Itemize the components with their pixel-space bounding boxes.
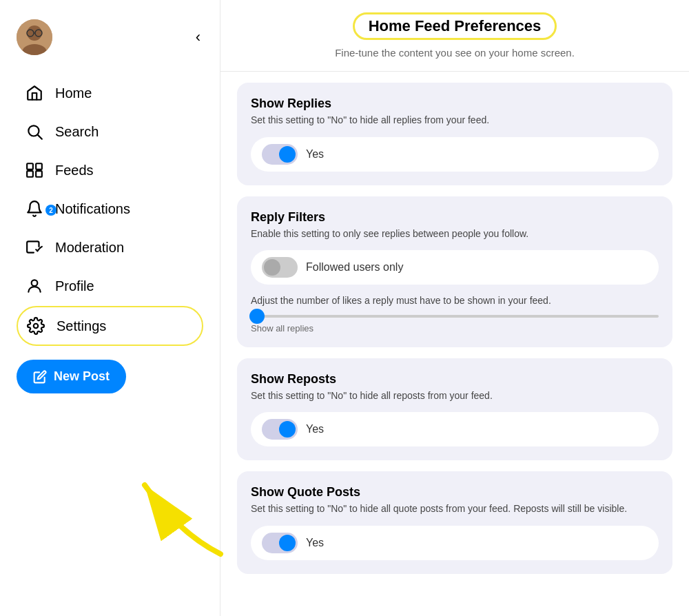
svg-rect-9 xyxy=(36,163,42,170)
reply-filters-toggle[interactable] xyxy=(262,257,298,278)
new-post-button[interactable]: New Post xyxy=(17,360,126,393)
reply-filters-slider-area: Adjust the number of likes a reply must … xyxy=(251,294,659,333)
slider-desc: Adjust the number of likes a reply must … xyxy=(251,294,659,308)
reply-filters-toggle-knob xyxy=(264,259,280,276)
show-reposts-desc: Set this setting to "No" to hide all rep… xyxy=(251,389,659,403)
reply-filters-toggle-label: Followed users only xyxy=(306,261,403,274)
sidebar-item-profile[interactable]: Profile xyxy=(17,267,203,305)
sidebar-item-label-search: Search xyxy=(55,124,99,140)
show-replies-toggle[interactable] xyxy=(262,144,298,165)
sidebar: ‹ Home Search Feeds xyxy=(0,0,220,616)
show-reposts-card: Show Reposts Set this setting to "No" to… xyxy=(237,358,672,461)
svg-rect-10 xyxy=(27,171,33,177)
page-subtitle: Fine-tune the content you see on your ho… xyxy=(237,47,672,59)
page-title-wrapper: Home Feed Preferences xyxy=(353,12,557,40)
sidebar-item-label-feeds: Feeds xyxy=(55,163,94,178)
reply-filters-card: Reply Filters Enable this setting to onl… xyxy=(237,196,672,347)
slider-thumb[interactable] xyxy=(249,309,265,324)
sidebar-item-moderation[interactable]: Moderation xyxy=(17,229,203,266)
notification-badge: 2 xyxy=(45,205,56,216)
show-quote-posts-desc: Set this setting to "No" to hide all quo… xyxy=(251,502,659,516)
show-reposts-title: Show Reposts xyxy=(251,372,659,387)
svg-rect-8 xyxy=(27,163,33,170)
show-quote-posts-toggle-knob xyxy=(279,535,296,551)
svg-point-13 xyxy=(34,324,39,329)
show-reposts-toggle-row: Yes xyxy=(251,412,659,446)
notifications-icon: 2 xyxy=(25,199,44,218)
show-quote-posts-card: Show Quote Posts Set this setting to "No… xyxy=(237,471,672,574)
show-replies-desc: Set this setting to "No" to hide all rep… xyxy=(251,114,659,127)
svg-line-7 xyxy=(38,135,42,139)
show-quote-posts-toggle[interactable] xyxy=(262,533,298,553)
sidebar-item-label-home: Home xyxy=(55,85,92,101)
reply-filters-title: Reply Filters xyxy=(251,210,659,225)
sidebar-item-home[interactable]: Home xyxy=(17,74,203,112)
page-header: Home Feed Preferences Fine-tune the cont… xyxy=(220,0,689,72)
new-post-label: New Post xyxy=(54,369,110,384)
sidebar-item-notifications[interactable]: 2 Notifications xyxy=(17,190,203,227)
show-replies-toggle-label: Yes xyxy=(306,148,324,161)
settings-icon xyxy=(26,316,45,336)
show-reposts-toggle-knob xyxy=(279,421,296,438)
svg-rect-11 xyxy=(36,171,42,177)
moderation-icon xyxy=(25,238,44,257)
sidebar-item-label-moderation: Moderation xyxy=(55,240,124,256)
page-title: Home Feed Preferences xyxy=(369,17,542,35)
show-quote-posts-toggle-label: Yes xyxy=(306,537,324,549)
svg-point-12 xyxy=(32,280,38,286)
avatar-area: ‹ xyxy=(17,19,203,55)
reply-filters-desc: Enable this setting to only see replies … xyxy=(251,227,659,241)
slider-track[interactable] xyxy=(251,315,659,318)
reply-filters-toggle-row: Followed users only xyxy=(251,250,659,285)
back-button[interactable]: ‹ xyxy=(193,25,203,49)
new-post-icon xyxy=(33,370,47,384)
show-reposts-toggle[interactable] xyxy=(262,419,298,440)
avatar[interactable] xyxy=(17,19,52,55)
show-quote-posts-title: Show Quote Posts xyxy=(251,485,659,500)
feeds-icon xyxy=(25,161,44,180)
home-icon xyxy=(25,83,44,103)
sidebar-item-label-notifications: Notifications xyxy=(55,201,130,217)
sidebar-item-label-settings: Settings xyxy=(56,318,106,334)
sidebar-item-search[interactable]: Search xyxy=(17,113,203,150)
profile-icon xyxy=(25,276,44,296)
arrow-annotation xyxy=(124,464,234,561)
show-reposts-toggle-label: Yes xyxy=(306,423,324,435)
sidebar-item-settings[interactable]: Settings xyxy=(17,306,203,346)
show-replies-toggle-row: Yes xyxy=(251,137,659,172)
show-quote-posts-toggle-row: Yes xyxy=(251,526,659,560)
main-content: Home Feed Preferences Fine-tune the cont… xyxy=(220,0,689,616)
settings-content: Show Replies Set this setting to "No" to… xyxy=(220,72,689,585)
search-icon xyxy=(25,122,44,141)
show-replies-title: Show Replies xyxy=(251,96,659,111)
show-replies-card: Show Replies Set this setting to "No" to… xyxy=(237,83,672,185)
sidebar-item-feeds[interactable]: Feeds xyxy=(17,152,203,189)
show-replies-toggle-knob xyxy=(279,146,296,163)
sidebar-item-label-profile: Profile xyxy=(55,278,94,294)
slider-hint: Show all replies xyxy=(251,323,659,333)
